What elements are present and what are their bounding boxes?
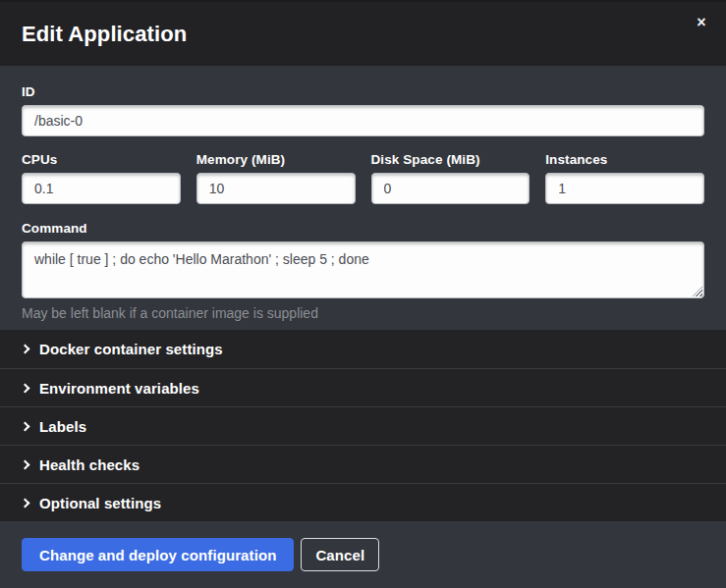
application-form: ID CPUs Memory (MiB) Disk Space (MiB) In… bbox=[0, 66, 726, 330]
disk-space-input[interactable] bbox=[371, 173, 531, 204]
section-label: Environment variables bbox=[39, 380, 199, 397]
disk-field-group: Disk Space (MiB) bbox=[371, 152, 531, 204]
memory-field-label: Memory (MiB) bbox=[196, 152, 356, 167]
section-label: Docker container settings bbox=[39, 341, 223, 357]
section-health-checks[interactable]: Health checks bbox=[0, 445, 726, 483]
section-label: Labels bbox=[39, 418, 86, 435]
section-label: Health checks bbox=[39, 456, 140, 473]
chevron-right-icon bbox=[21, 345, 30, 354]
command-field-group: Command while [ true ] ; do echo 'Hello … bbox=[22, 221, 704, 321]
cpus-field-group: CPUs bbox=[22, 152, 181, 204]
instances-field-label: Instances bbox=[545, 152, 704, 167]
edit-application-modal: Edit Application × ID CPUs Memory (MiB) … bbox=[0, 0, 726, 588]
section-docker-container-settings[interactable]: Docker container settings bbox=[0, 330, 726, 368]
command-textarea[interactable]: while [ true ] ; do echo 'Hello Marathon… bbox=[22, 241, 704, 298]
disk-field-label: Disk Space (MiB) bbox=[371, 152, 531, 167]
memory-field-group: Memory (MiB) bbox=[196, 152, 356, 204]
resources-row: CPUs Memory (MiB) Disk Space (MiB) Insta… bbox=[22, 152, 704, 204]
cpus-input[interactable] bbox=[22, 173, 181, 204]
section-optional-settings[interactable]: Optional settings bbox=[0, 483, 726, 521]
id-field-group: ID bbox=[22, 84, 704, 136]
memory-input[interactable] bbox=[196, 173, 356, 204]
modal-header: Edit Application × bbox=[0, 2, 726, 66]
command-field-label: Command bbox=[22, 221, 704, 236]
chevron-right-icon bbox=[21, 459, 30, 469]
section-label: Optional settings bbox=[39, 495, 161, 511]
change-and-deploy-button[interactable]: Change and deploy configuration bbox=[22, 538, 294, 571]
page-title: Edit Application bbox=[22, 22, 187, 47]
collapsible-sections: Docker container settings Environment va… bbox=[0, 330, 726, 521]
close-icon: × bbox=[697, 14, 705, 30]
chevron-right-icon bbox=[21, 383, 30, 393]
id-input[interactable] bbox=[22, 105, 704, 136]
cpus-field-label: CPUs bbox=[22, 152, 181, 167]
section-environment-variables[interactable]: Environment variables bbox=[0, 368, 726, 406]
id-field-label: ID bbox=[22, 84, 704, 99]
modal-footer: Change and deploy configuration Cancel bbox=[0, 521, 726, 588]
close-button[interactable]: × bbox=[691, 12, 712, 33]
instances-field-group: Instances bbox=[545, 152, 704, 204]
instances-input[interactable] bbox=[545, 173, 704, 204]
cancel-button[interactable]: Cancel bbox=[301, 538, 379, 571]
section-labels[interactable]: Labels bbox=[0, 406, 726, 445]
chevron-right-icon bbox=[21, 421, 30, 431]
chevron-right-icon bbox=[21, 498, 30, 508]
command-help-text: May be left blank if a container image i… bbox=[22, 305, 704, 321]
